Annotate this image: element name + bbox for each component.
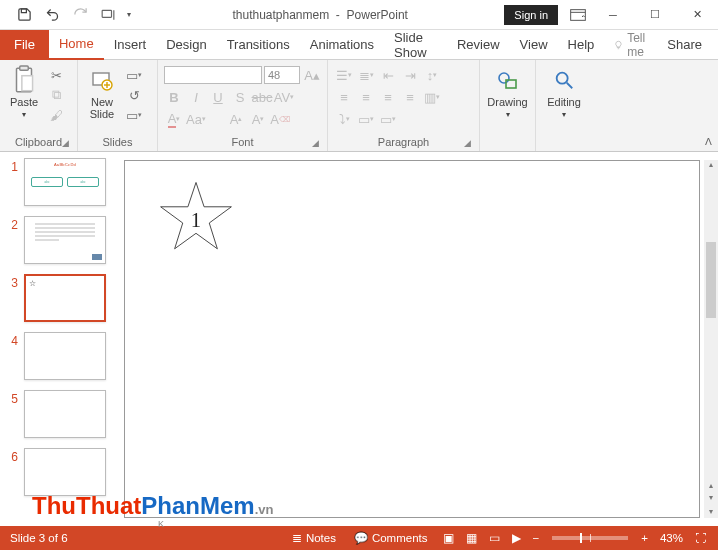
format-painter-icon[interactable]: 🖌 bbox=[46, 106, 66, 124]
close-button[interactable]: ✕ bbox=[676, 0, 718, 30]
reset-icon[interactable]: ↺ bbox=[124, 86, 144, 104]
find-icon bbox=[550, 66, 578, 94]
indent-dec-icon[interactable]: ⇤ bbox=[378, 66, 398, 84]
grow-font-icon[interactable]: A▴ bbox=[302, 66, 322, 84]
paste-button[interactable]: Paste ▾ bbox=[6, 64, 42, 121]
qat-dropdown-icon[interactable]: ▾ bbox=[122, 2, 136, 28]
slide-thumb-6[interactable] bbox=[24, 448, 106, 496]
bold-icon[interactable]: B bbox=[164, 88, 184, 106]
slide-thumb-5[interactable] bbox=[24, 390, 106, 438]
line-spacing-icon[interactable]: ↕▾ bbox=[422, 66, 442, 84]
dialog-launcher-icon[interactable]: ◢ bbox=[312, 138, 319, 148]
slides-label: Slides bbox=[84, 136, 151, 151]
notes-button[interactable]: ≣ Notes bbox=[284, 526, 344, 550]
drawing-button[interactable]: Drawing ▾ bbox=[483, 64, 531, 121]
zoom-slider[interactable] bbox=[552, 536, 628, 540]
justify-icon[interactable]: ≡ bbox=[400, 88, 420, 106]
collapse-ribbon-icon[interactable]: ᐱ bbox=[705, 136, 712, 147]
align-text-icon[interactable]: ▭▾ bbox=[356, 110, 376, 128]
tab-design[interactable]: Design bbox=[156, 30, 216, 60]
tab-home[interactable]: Home bbox=[49, 30, 104, 60]
slide-thumb-4[interactable] bbox=[24, 332, 106, 380]
columns-icon[interactable]: ▥▾ bbox=[422, 88, 442, 106]
maximize-button[interactable]: ☐ bbox=[634, 0, 676, 30]
editing-button[interactable]: Editing ▾ bbox=[543, 64, 585, 121]
thumb-row[interactable]: 3 ☆ bbox=[8, 274, 110, 322]
grow-font-alt-icon[interactable]: A▴ bbox=[226, 110, 246, 128]
vertical-scrollbar[interactable]: ▴ ▴ ▾ ▾ bbox=[704, 160, 718, 518]
slide-index[interactable]: Slide 3 of 6 bbox=[10, 532, 68, 544]
slide-thumb-1[interactable]: AaBbCcDd abcabc bbox=[24, 158, 106, 206]
start-from-beginning-icon[interactable] bbox=[94, 2, 122, 28]
svg-line-14 bbox=[567, 83, 573, 89]
zoom-in-button[interactable]: + bbox=[636, 526, 653, 550]
shadow-icon[interactable]: S bbox=[230, 88, 250, 106]
view-reading-icon[interactable]: ▭ bbox=[484, 526, 505, 550]
shrink-font-icon[interactable]: A▾ bbox=[248, 110, 268, 128]
bullets-icon[interactable]: ☰▾ bbox=[334, 66, 354, 84]
thumb-row[interactable]: 2 bbox=[8, 216, 110, 264]
thumb-row[interactable]: 1 AaBbCcDd abcabc bbox=[8, 158, 110, 206]
text-direction-icon[interactable]: ⤵▾ bbox=[334, 110, 354, 128]
thumb-row[interactable]: 6 bbox=[8, 448, 110, 496]
indent-inc-icon[interactable]: ⇥ bbox=[400, 66, 420, 84]
thumb-row[interactable]: 4 bbox=[8, 332, 110, 380]
dialog-launcher-icon[interactable]: ◢ bbox=[464, 138, 471, 148]
smartart-icon[interactable]: ▭▾ bbox=[378, 110, 398, 128]
spacing-icon[interactable]: AV▾ bbox=[274, 88, 294, 106]
save-icon[interactable] bbox=[10, 2, 38, 28]
thumb-number: 3 bbox=[8, 274, 18, 290]
clear-format-icon[interactable]: A⌫ bbox=[270, 110, 290, 128]
comments-button[interactable]: 💬 Comments bbox=[346, 526, 436, 550]
paragraph-label: Paragraph ◢ bbox=[334, 136, 473, 151]
tab-review[interactable]: Review bbox=[447, 30, 510, 60]
share-button[interactable]: Share bbox=[651, 30, 718, 60]
new-slide-button[interactable]: New Slide bbox=[84, 64, 120, 122]
underline-icon[interactable]: U bbox=[208, 88, 228, 106]
tell-me-search[interactable]: Tell me bbox=[614, 31, 651, 59]
section-icon[interactable]: ▭▾ bbox=[124, 106, 144, 124]
redo-icon[interactable] bbox=[66, 2, 94, 28]
group-editing: Editing ▾ bbox=[536, 60, 592, 151]
zoom-level[interactable]: 43% bbox=[655, 526, 688, 550]
fit-slide-button[interactable]: ⛶ bbox=[690, 526, 712, 550]
tab-animations[interactable]: Animations bbox=[300, 30, 384, 60]
align-right-icon[interactable]: ≡ bbox=[378, 88, 398, 106]
cut-icon[interactable]: ✂ bbox=[46, 66, 66, 84]
zoom-out-button[interactable]: − bbox=[528, 526, 545, 550]
slide-thumb-3[interactable]: ☆ bbox=[24, 274, 106, 322]
view-sorter-icon[interactable]: ▦ bbox=[461, 526, 482, 550]
layout-icon[interactable]: ▭▾ bbox=[124, 66, 144, 84]
tab-view[interactable]: View bbox=[510, 30, 558, 60]
font-color-icon[interactable]: A▾ bbox=[164, 110, 184, 128]
slide-editor[interactable]: 1 ▴ ▴ ▾ ▾ bbox=[118, 152, 718, 526]
tab-file[interactable]: File bbox=[0, 30, 49, 60]
dialog-launcher-icon[interactable]: ◢ bbox=[62, 138, 69, 148]
tab-slideshow[interactable]: Slide Show bbox=[384, 30, 447, 60]
minimize-button[interactable]: ─ bbox=[592, 0, 634, 30]
doc-name: thuthuatphanmem bbox=[232, 8, 329, 22]
undo-icon[interactable] bbox=[38, 2, 66, 28]
font-size-combo[interactable]: 48 bbox=[264, 66, 300, 84]
font-name-combo[interactable] bbox=[164, 66, 262, 84]
italic-icon[interactable]: I bbox=[186, 88, 206, 106]
tab-help[interactable]: Help bbox=[558, 30, 605, 60]
numbering-icon[interactable]: ≣▾ bbox=[356, 66, 376, 84]
thumb-row[interactable]: 5 bbox=[8, 390, 110, 438]
align-center-icon[interactable]: ≡ bbox=[356, 88, 376, 106]
change-case-icon[interactable]: Aa▾ bbox=[186, 110, 206, 128]
view-slideshow-icon[interactable]: ▶ bbox=[507, 526, 526, 550]
tab-insert[interactable]: Insert bbox=[104, 30, 157, 60]
star-shape[interactable]: 1 bbox=[159, 181, 233, 251]
signin-button[interactable]: Sign in bbox=[504, 5, 558, 25]
slide-thumb-2[interactable] bbox=[24, 216, 106, 264]
window-controls: ─ ☐ ✕ bbox=[592, 0, 718, 30]
align-left-icon[interactable]: ≡ bbox=[334, 88, 354, 106]
copy-icon[interactable]: ⧉ bbox=[46, 86, 66, 104]
strike-icon[interactable]: abc bbox=[252, 88, 272, 106]
slide-canvas[interactable]: 1 bbox=[124, 160, 700, 518]
slide-thumbnail-pane[interactable]: 1 AaBbCcDd abcabc 2 3 ☆ 4 bbox=[0, 152, 118, 526]
view-normal-icon[interactable]: ▣ bbox=[438, 526, 459, 550]
ribbon-display-options-icon[interactable] bbox=[564, 2, 592, 28]
tab-transitions[interactable]: Transitions bbox=[217, 30, 300, 60]
